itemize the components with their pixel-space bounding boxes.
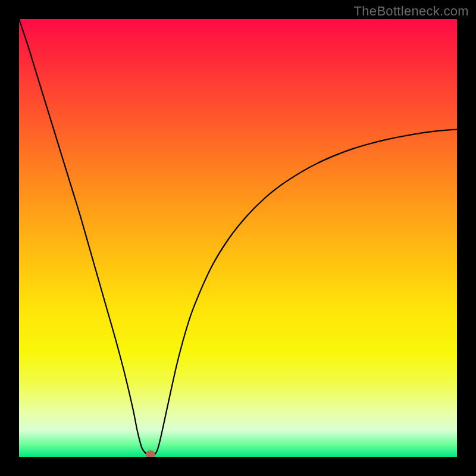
watermark-text: TheBottleneck.com: [354, 4, 469, 19]
curve-svg: [19, 19, 457, 457]
chart-frame: TheBottleneck.com: [0, 0, 476, 476]
bottleneck-curve: [19, 19, 457, 455]
plot-area: [19, 19, 457, 457]
curve-marker: [146, 450, 155, 457]
